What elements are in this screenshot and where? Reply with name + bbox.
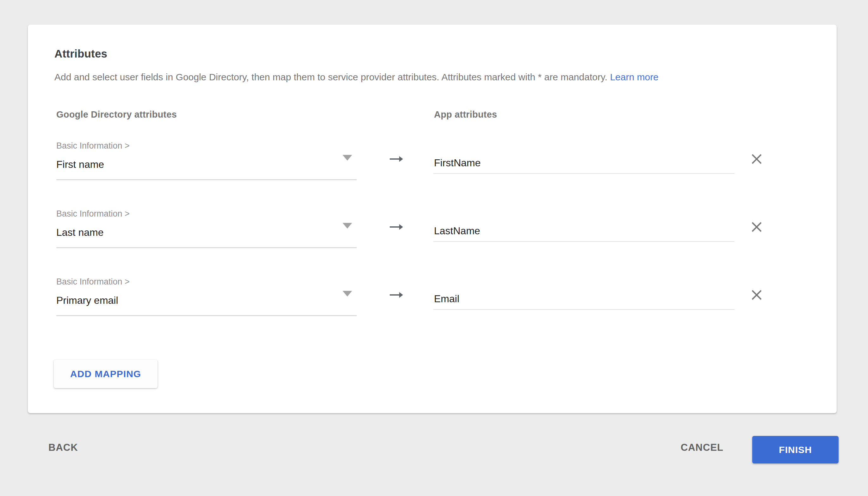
- arrow-right-icon: [389, 155, 403, 165]
- close-icon: [750, 297, 763, 302]
- directory-attribute-select[interactable]: Last name: [56, 221, 357, 248]
- close-icon: [750, 161, 763, 166]
- dropdown-arrow-icon: [342, 155, 352, 160]
- select-underline: [56, 179, 357, 180]
- app-attribute-input[interactable]: [433, 156, 734, 174]
- column-header-app: App attributes: [434, 109, 497, 120]
- app-attribute-input[interactable]: [433, 223, 734, 242]
- directory-category-label: Basic Information >: [56, 208, 130, 219]
- directory-attribute-select[interactable]: Primary email: [56, 289, 357, 316]
- select-underline: [56, 315, 357, 316]
- mapping-row: Basic Information > First name: [55, 140, 810, 180]
- finish-button[interactable]: FINISH: [752, 436, 839, 463]
- directory-attribute-value: Last name: [56, 226, 104, 239]
- dropdown-arrow-icon: [342, 291, 352, 296]
- back-button[interactable]: BACK: [48, 442, 78, 453]
- arrow-right-icon: [389, 223, 403, 232]
- remove-mapping-button[interactable]: [750, 152, 764, 166]
- directory-attribute-select[interactable]: First name: [56, 153, 357, 180]
- arrow-right-icon: [389, 291, 403, 300]
- directory-category-label: Basic Information >: [56, 140, 130, 151]
- directory-attribute-value: First name: [56, 158, 104, 171]
- add-mapping-button[interactable]: ADD MAPPING: [54, 360, 157, 388]
- learn-more-link[interactable]: Learn more: [610, 72, 658, 82]
- mapping-row: Basic Information > Primary email: [55, 276, 810, 316]
- remove-mapping-button[interactable]: [750, 288, 764, 302]
- close-icon: [750, 230, 763, 234]
- directory-category-label: Basic Information >: [56, 276, 130, 287]
- cancel-button[interactable]: CANCEL: [681, 442, 724, 453]
- select-underline: [56, 247, 357, 248]
- dropdown-arrow-icon: [342, 223, 352, 229]
- column-headers: Google Directory attributes App attribut…: [55, 109, 810, 121]
- mapping-row: Basic Information > Last name: [55, 208, 810, 248]
- column-header-directory: Google Directory attributes: [56, 109, 177, 120]
- attributes-card: Attributes Add and select user fields in…: [28, 25, 837, 413]
- app-attribute-input[interactable]: [433, 292, 734, 310]
- mapping-rows: Basic Information > First name Basic Inf…: [55, 140, 810, 316]
- page-title: Attributes: [55, 47, 810, 61]
- description-body: Add and select user fields in Google Dir…: [55, 72, 607, 82]
- directory-attribute-value: Primary email: [56, 294, 118, 307]
- remove-mapping-button[interactable]: [750, 220, 764, 234]
- description-text: Add and select user fields in Google Dir…: [55, 71, 810, 83]
